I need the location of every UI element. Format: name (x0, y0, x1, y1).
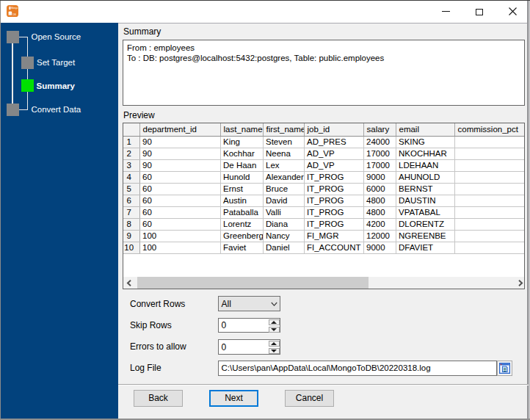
svg-text:DB: DB (13, 13, 16, 16)
svg-text:Mongo: Mongo (11, 7, 18, 10)
